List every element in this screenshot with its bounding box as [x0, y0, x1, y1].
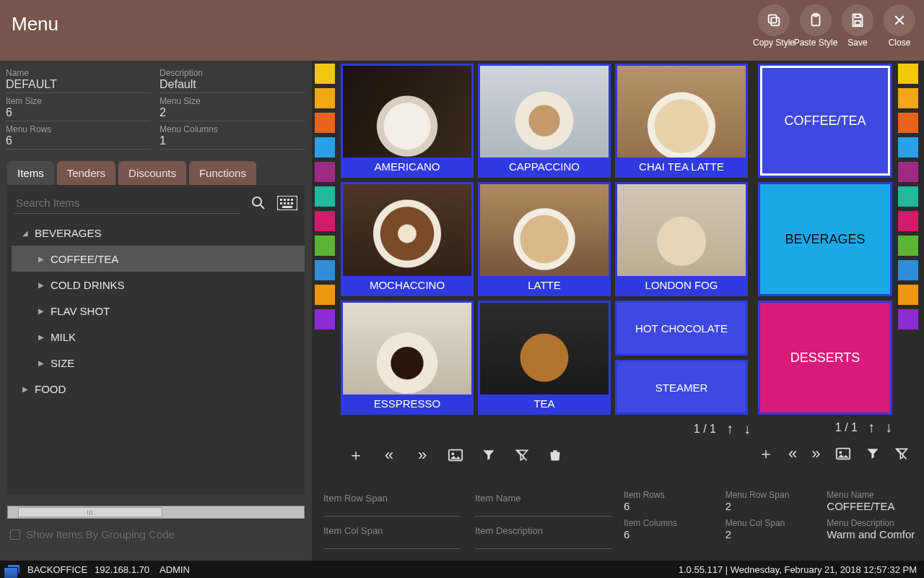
field-value[interactable] — [475, 536, 612, 549]
paste-style-button[interactable]: Paste Style — [798, 4, 833, 48]
grouping-code-checkbox[interactable] — [10, 530, 20, 540]
menu-item-card[interactable]: CHAI TEA LATTE — [615, 64, 748, 178]
tab-discounts[interactable]: Discounts — [118, 161, 186, 185]
menu-item-card[interactable]: TEA — [478, 301, 611, 415]
delete-button[interactable] — [546, 446, 565, 465]
field-value[interactable] — [323, 536, 461, 549]
tree-item[interactable]: ▶SIZE — [12, 350, 305, 376]
color-swatch[interactable] — [898, 113, 918, 133]
menu-columns-field[interactable]: 1 — [160, 134, 305, 150]
tab-items[interactable]: Items — [7, 161, 54, 185]
field-value[interactable]: COFFEE/TEA — [827, 500, 917, 512]
color-swatch[interactable] — [898, 186, 918, 207]
cats-add-button[interactable]: ＋ — [758, 444, 774, 463]
color-swatch[interactable] — [898, 64, 918, 84]
color-swatch[interactable] — [898, 211, 918, 231]
menu-item-card[interactable]: ESSPRESSO — [341, 301, 474, 415]
color-swatch[interactable] — [315, 236, 335, 256]
field-value[interactable] — [323, 504, 461, 517]
tab-tenders[interactable]: Tenders — [57, 161, 116, 185]
color-swatch[interactable] — [315, 162, 335, 182]
field-value[interactable]: 2 — [725, 500, 816, 512]
tabs: ItemsTendersDiscountsFunctions — [0, 161, 312, 185]
category-card[interactable]: BEVERAGES — [758, 182, 892, 296]
image-button[interactable] — [446, 446, 465, 465]
color-swatch[interactable] — [898, 88, 918, 108]
menu-item-card[interactable]: LATTE — [478, 182, 611, 296]
first-button[interactable]: « — [380, 446, 398, 465]
menu-item-card[interactable]: MOCHACCINO — [341, 182, 474, 296]
last-button[interactable]: » — [413, 446, 432, 465]
name-label: Name — [6, 68, 151, 78]
svg-rect-14 — [287, 202, 289, 204]
cats-last-button[interactable]: » — [811, 444, 820, 463]
color-swatch[interactable] — [898, 260, 918, 280]
item-tree: ◢BEVERAGES▶COFFEE/TEA▶COLD DRINKS▶FLAV S… — [7, 217, 305, 402]
tree-item[interactable]: ▶FOOD — [12, 376, 305, 402]
tab-functions[interactable]: Functions — [189, 161, 256, 185]
color-swatch[interactable] — [315, 137, 335, 158]
tree-item[interactable]: ◢BEVERAGES — [12, 220, 305, 246]
filter-add-button[interactable] — [479, 446, 498, 465]
tree-item[interactable]: ▶COFFEE/TEA — [12, 246, 305, 272]
color-swatch[interactable] — [315, 211, 335, 231]
cats-filter-add-button[interactable] — [866, 444, 880, 463]
search-input[interactable] — [14, 192, 240, 214]
tree-item[interactable]: ▶FLAV SHOT — [12, 298, 305, 324]
color-swatch[interactable] — [315, 64, 335, 84]
copy-style-button[interactable]: Copy Style — [757, 4, 791, 48]
cats-first-button[interactable]: « — [788, 444, 797, 463]
horizontal-scrollbar[interactable] — [7, 506, 305, 519]
cats-image-button[interactable] — [835, 444, 851, 463]
field-label: Menu Name — [827, 490, 917, 500]
search-icon[interactable] — [250, 194, 267, 212]
cats-filter-clear-button[interactable] — [894, 444, 909, 463]
tree-item[interactable]: ▶MILK — [12, 324, 305, 350]
color-swatch[interactable] — [898, 137, 918, 158]
item-size-field[interactable]: 6 — [6, 106, 151, 121]
field-value[interactable] — [475, 504, 612, 517]
color-swatch[interactable] — [315, 309, 335, 329]
menu-item-card[interactable]: AMERICANO — [341, 64, 474, 178]
item-size-label: Item Size — [6, 96, 151, 106]
cats-page-up[interactable]: ↑ — [868, 419, 875, 436]
description-label: Description — [160, 68, 305, 78]
menu-item-card[interactable]: STEAMER — [615, 360, 748, 415]
color-swatch[interactable] — [315, 260, 335, 280]
color-swatch[interactable] — [898, 236, 918, 256]
color-swatch[interactable] — [898, 162, 918, 182]
add-item-button[interactable]: ＋ — [346, 446, 365, 465]
color-swatch[interactable] — [898, 309, 918, 329]
menu-rows-field[interactable]: 6 — [6, 134, 151, 150]
keyboard-icon[interactable] — [277, 196, 297, 210]
color-swatch[interactable] — [315, 88, 335, 108]
menu-item-card[interactable]: HOT CHOCOLATE — [615, 301, 748, 355]
close-button[interactable]: Close — [882, 4, 917, 48]
description-field[interactable]: Default — [160, 78, 305, 93]
field-value[interactable]: 6 — [624, 528, 714, 540]
items-page-up[interactable]: ↑ — [726, 420, 733, 437]
save-button[interactable]: Save — [840, 4, 875, 48]
field-value[interactable]: 2 — [725, 528, 816, 540]
color-swatch[interactable] — [898, 285, 918, 305]
menu-item-card[interactable]: LONDON FOG — [615, 182, 748, 296]
footer-right: 1.0.55.117 | Wednesday, February 21, 201… — [679, 564, 917, 575]
menu-size-field[interactable]: 2 — [160, 106, 305, 121]
chevron-right-icon: ▶ — [36, 307, 46, 315]
field-label: Menu Row Span — [725, 490, 816, 500]
tree-item[interactable]: ▶COLD DRINKS — [12, 272, 305, 298]
color-swatch[interactable] — [315, 113, 335, 133]
name-field[interactable]: DEFAULT — [6, 78, 151, 93]
field-value[interactable]: Warm and Comfor — [827, 528, 917, 540]
color-swatch[interactable] — [315, 285, 335, 305]
menu-item-card[interactable]: CAPPACCINO — [478, 64, 611, 178]
field-value[interactable]: 6 — [624, 500, 714, 512]
menu-item-label: ESSPRESSO — [343, 394, 471, 413]
items-page-down[interactable]: ↓ — [744, 420, 751, 437]
filter-clear-button[interactable] — [513, 446, 531, 465]
category-card[interactable]: COFFEE/TEA — [758, 64, 892, 178]
color-swatch[interactable] — [315, 186, 335, 207]
cats-page-down[interactable]: ↓ — [885, 419, 892, 436]
svg-point-6 — [253, 197, 261, 206]
category-card[interactable]: DESSERTS — [758, 301, 892, 415]
